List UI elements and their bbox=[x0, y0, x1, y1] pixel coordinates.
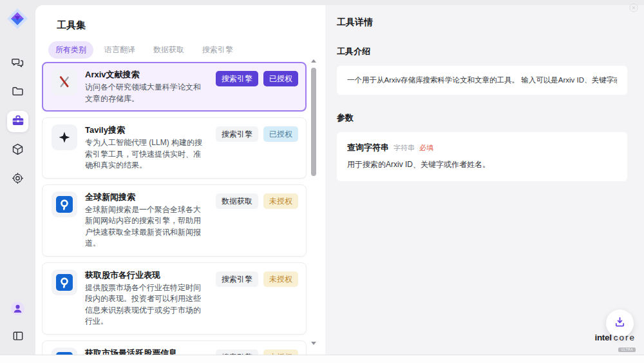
tool-description: 专为人工智能代理 (LLM) 构建的搜索引擎工具，可快速提供实时、准确和真实的结… bbox=[85, 137, 208, 172]
user-avatar[interactable] bbox=[7, 299, 28, 320]
param-name: 查询字符串 bbox=[347, 142, 389, 153]
tool-description: 访问各个研究领域大量科学论文和文章的存储库。 bbox=[85, 82, 208, 104]
tool-card-body: 获取股市各行业表现提供股票市场各个行业在特定时间段内的表现。投资者可以利用这些信… bbox=[85, 270, 208, 328]
tavily-star-icon bbox=[52, 124, 77, 150]
tool-card-tavily-search[interactable]: Tavily搜索专为人工智能代理 (LLM) 构建的搜索引擎工具，可快速提供实时… bbox=[42, 117, 307, 179]
cube-icon bbox=[11, 142, 24, 159]
param-required-badge: 必填 bbox=[419, 143, 433, 153]
tool-title: 全球新闻搜索 bbox=[85, 191, 208, 202]
intro-heading: 工具介绍 bbox=[337, 46, 627, 57]
auth-status-badge: 未授权 bbox=[263, 271, 298, 287]
arxiv-logo-icon bbox=[52, 69, 77, 95]
tool-card-global-news-search[interactable]: 全球新闻搜索全球新闻搜索是一个聚合全球各大新闻网站内容的搜索引擎，帮助用户快速获… bbox=[42, 184, 307, 257]
param-card: 查询字符串字符串必填用于搜索的Arxiv ID、关键字或作者姓名。 bbox=[337, 132, 627, 181]
tool-title: Tavily搜索 bbox=[85, 124, 208, 135]
toolset-panel: 工具集 所有类别语言翻译数据获取搜索引擎 Arxiv文献搜索访问各个研究领域大量… bbox=[35, 5, 325, 355]
window-bottom-strip bbox=[0, 355, 644, 363]
sidebar-item-files[interactable] bbox=[7, 82, 28, 103]
tool-badges: 搜索引擎未授权 bbox=[216, 270, 298, 328]
scroll-down-arrow[interactable] bbox=[311, 342, 316, 345]
param-header: 查询字符串字符串必填 bbox=[347, 142, 617, 153]
tab-data-fetch[interactable]: 数据获取 bbox=[146, 41, 191, 59]
category-badge: 数据获取 bbox=[216, 193, 258, 209]
auth-status-badge: 已授权 bbox=[263, 71, 298, 86]
detail-title: 工具详情 bbox=[337, 17, 627, 28]
param-description: 用于搜索的Arxiv ID、关键字或作者姓名。 bbox=[347, 159, 617, 170]
page-title: 工具集 bbox=[57, 19, 86, 32]
category-badge: 搜索引擎 bbox=[216, 71, 258, 86]
scroll-up-arrow[interactable] bbox=[311, 59, 316, 63]
category-badge: 搜索引擎 bbox=[216, 126, 258, 142]
juhe-q-icon bbox=[52, 270, 77, 295]
category-badge: 搜索引擎 bbox=[216, 271, 258, 287]
avatar-icon bbox=[10, 301, 25, 319]
params-heading: 参数 bbox=[337, 112, 627, 124]
close-icon[interactable] bbox=[629, 3, 638, 15]
tool-badges: 搜索引擎已授权 bbox=[216, 69, 298, 104]
sidebar-bottom bbox=[0, 299, 35, 348]
collapse-sidebar-button[interactable] bbox=[7, 326, 28, 348]
param-type: 字符串 bbox=[393, 143, 415, 153]
tool-title: 获取股市各行业表现 bbox=[85, 270, 208, 280]
folder-icon bbox=[11, 84, 24, 101]
tab-search-engine[interactable]: 搜索引擎 bbox=[195, 41, 240, 59]
intro-text: 一个用于从Arxiv存储库搜索科学论文和文章的工具。 输入可以是Arxiv ID… bbox=[347, 75, 617, 85]
app-window: 工具集 所有类别语言翻译数据获取搜索引擎 Arxiv文献搜索访问各个研究领域大量… bbox=[0, 0, 644, 363]
juhe-q-icon bbox=[52, 191, 77, 217]
tool-description: 提供股票市场各个行业在特定时间段内的表现。投资者可以利用这些信息来识别表现优于或… bbox=[85, 282, 208, 328]
gem-logo-icon bbox=[6, 7, 29, 30]
tool-list: Arxiv文献搜索访问各个研究领域大量科学论文和文章的存储库。搜索引擎已授权Ta… bbox=[42, 62, 307, 355]
tool-card-body: Tavily搜索专为人工智能代理 (LLM) 构建的搜索引擎工具，可快速提供实时… bbox=[85, 124, 208, 172]
toolbox-icon bbox=[11, 113, 25, 130]
sidebar bbox=[0, 0, 35, 355]
tab-language-translation[interactable]: 语言翻译 bbox=[97, 41, 142, 59]
scrollbar[interactable] bbox=[310, 59, 317, 345]
intel-core-logo: intelcore ultra bbox=[594, 332, 636, 353]
tool-title: Arxiv文献搜索 bbox=[85, 69, 208, 80]
sidebar-item-settings[interactable] bbox=[7, 169, 28, 190]
tool-card-stock-sector-performance[interactable]: 获取股市各行业表现提供股票市场各个行业在特定时间段内的表现。投资者可以利用这些信… bbox=[42, 262, 307, 335]
tool-detail-panel: 工具详情 工具介绍 一个用于从Arxiv存储库搜索科学论文和文章的工具。 输入可… bbox=[325, 5, 644, 355]
intro-card: 一个用于从Arxiv存储库搜索科学论文和文章的工具。 输入可以是Arxiv ID… bbox=[337, 66, 627, 95]
sidebar-item-tools[interactable] bbox=[7, 111, 28, 132]
scrollbar-thumb[interactable] bbox=[311, 68, 316, 176]
sidebar-nav bbox=[0, 53, 35, 190]
chat-icon bbox=[11, 55, 24, 72]
tab-all-categories[interactable]: 所有类别 bbox=[48, 41, 93, 59]
panel-toggle-icon bbox=[12, 329, 24, 345]
tool-card-most-active-stocks[interactable]: 获取市场最活跃股票信息提供当天交易量最高的股票列表，投资者可以利用这些信息来识别… bbox=[42, 340, 307, 356]
auth-status-badge: 已授权 bbox=[263, 126, 298, 142]
auth-status-badge: 未授权 bbox=[263, 193, 298, 209]
tool-card-arxiv-search[interactable]: Arxiv文献搜索访问各个研究领域大量科学论文和文章的存储库。搜索引擎已授权 bbox=[42, 62, 307, 112]
tool-description: 全球新闻搜索是一个聚合全球各大新闻网站内容的搜索引擎，帮助用户快速获取全球最新资… bbox=[85, 204, 208, 250]
tool-card-body: Arxiv文献搜索访问各个研究领域大量科学论文和文章的存储库。 bbox=[85, 69, 208, 104]
intel-ultra-badge: ultra bbox=[618, 348, 636, 352]
sidebar-item-models[interactable] bbox=[7, 140, 28, 161]
tool-badges: 搜索引擎已授权 bbox=[216, 124, 298, 172]
tool-card-body: 全球新闻搜索全球新闻搜索是一个聚合全球各大新闻网站内容的搜索引擎，帮助用户快速获… bbox=[85, 191, 208, 250]
sidebar-item-chat[interactable] bbox=[7, 53, 28, 74]
gear-icon bbox=[11, 172, 24, 188]
category-tabs: 所有类别语言翻译数据获取搜索引擎 bbox=[48, 41, 240, 59]
tool-badges: 数据获取未授权 bbox=[216, 191, 298, 250]
download-icon bbox=[613, 315, 627, 331]
